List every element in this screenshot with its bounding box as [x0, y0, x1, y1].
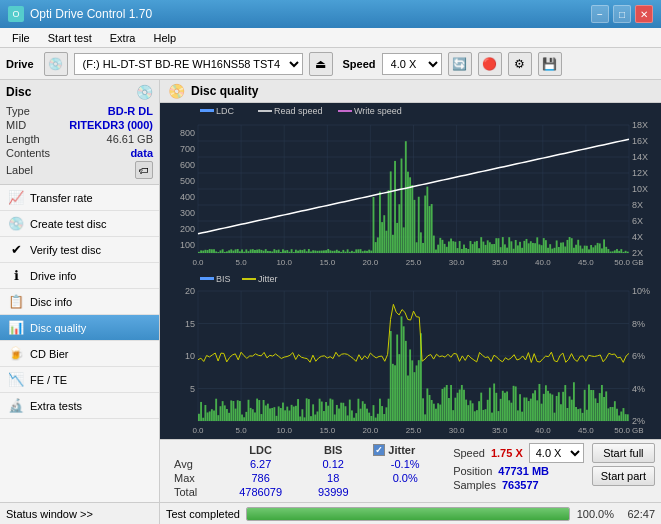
- length-label: Length: [6, 133, 40, 145]
- avg-jitter: -0.1%: [365, 457, 445, 471]
- disc-quality-header-icon: 📀: [168, 83, 185, 99]
- ldc-header: LDC: [220, 443, 301, 457]
- start-full-button[interactable]: Start full: [592, 443, 655, 463]
- sidebar-item-label: Create test disc: [30, 218, 106, 230]
- sidebar-item-drive-info[interactable]: ℹ Drive info: [0, 263, 159, 289]
- max-label: Max: [166, 471, 220, 485]
- status-progress-area: Test completed 100.0% 62:47: [160, 503, 661, 524]
- speed-key: Speed: [453, 447, 485, 459]
- sidebar-item-label: CD Bier: [30, 348, 69, 360]
- progress-text: 100.0%: [576, 508, 614, 520]
- sidebar-item-label: FE / TE: [30, 374, 67, 386]
- bottom-chart: [160, 271, 661, 439]
- samples-key: Samples: [453, 479, 496, 491]
- disc-panel: Disc 💿 Type BD-R DL MID RITEKDR3 (000) L…: [0, 80, 159, 185]
- disc-contents-row: Contents data: [6, 146, 153, 160]
- time-text: 62:47: [620, 508, 655, 520]
- speed-info: Speed 1.75 X 4.0 X Position 47731 MB Sam…: [453, 443, 584, 491]
- charts-area: [160, 103, 661, 439]
- contents-label: Contents: [6, 147, 50, 159]
- drive-icon-btn[interactable]: 💿: [44, 52, 68, 76]
- sidebar-item-fe-te[interactable]: 📉 FE / TE: [0, 367, 159, 393]
- progress-bar: [246, 507, 570, 521]
- drive-label: Drive: [6, 58, 34, 70]
- sidebar-item-label: Verify test disc: [30, 244, 101, 256]
- info-panel: LDC BIS ✓ Jitter Avg 6.27: [160, 439, 661, 502]
- cd-bier-icon: 🍺: [8, 346, 24, 361]
- jitter-checkbox[interactable]: ✓: [373, 444, 385, 456]
- app-title: Opti Drive Control 1.70: [30, 7, 152, 21]
- mid-value: RITEKDR3 (000): [69, 119, 153, 131]
- eject-button[interactable]: ⏏: [309, 52, 333, 76]
- speed-val: 1.75 X: [491, 447, 523, 459]
- top-chart: [160, 103, 661, 271]
- fe-te-icon: 📉: [8, 372, 24, 387]
- disc-mid-row: MID RITEKDR3 (000): [6, 118, 153, 132]
- mid-label: MID: [6, 119, 26, 131]
- disc-type-row: Type BD-R DL: [6, 104, 153, 118]
- disc-info-icon: 📋: [8, 294, 24, 309]
- create-test-disc-icon: 💿: [8, 216, 24, 231]
- menu-file[interactable]: File: [4, 28, 38, 48]
- type-value: BD-R DL: [108, 105, 153, 117]
- avg-bis: 0.12: [301, 457, 365, 471]
- burn-button[interactable]: 🔴: [478, 52, 502, 76]
- app-icon: O: [8, 6, 24, 22]
- transfer-rate-icon: 📈: [8, 190, 24, 205]
- speed-row: Speed 1.75 X 4.0 X: [453, 443, 584, 463]
- action-buttons: Start full Start part: [592, 443, 655, 486]
- sidebar-item-cd-bier[interactable]: 🍺 CD Bier: [0, 341, 159, 367]
- sidebar-item-label: Disc info: [30, 296, 72, 308]
- disc-quality-icon: 📊: [8, 320, 24, 335]
- disc-quality-header: 📀 Disc quality: [160, 80, 661, 103]
- position-key: Position: [453, 465, 492, 477]
- status-window-label: Status window >>: [6, 508, 93, 520]
- sidebar-item-transfer-rate[interactable]: 📈 Transfer rate: [0, 185, 159, 211]
- disc-label-row: Label 🏷: [6, 160, 153, 180]
- status-text: Test completed: [166, 508, 240, 520]
- sidebar-item-disc-quality[interactable]: 📊 Disc quality: [0, 315, 159, 341]
- max-ldc: 786: [220, 471, 301, 485]
- label-icon-button[interactable]: 🏷: [135, 161, 153, 179]
- menu-extra[interactable]: Extra: [102, 28, 144, 48]
- max-jitter: 0.0%: [365, 471, 445, 485]
- sidebar-item-label: Disc quality: [30, 322, 86, 334]
- start-part-button[interactable]: Start part: [592, 466, 655, 486]
- type-label: Type: [6, 105, 30, 117]
- max-bis: 18: [301, 471, 365, 485]
- disc-header: Disc 💿: [6, 84, 153, 100]
- statusbar: Status window >> Test completed 100.0% 6…: [0, 502, 661, 524]
- speed-select[interactable]: 4.0 X: [382, 53, 442, 75]
- menu-help[interactable]: Help: [145, 28, 184, 48]
- titlebar: O Opti Drive Control 1.70 − □ ✕: [0, 0, 661, 28]
- minimize-button[interactable]: −: [591, 5, 609, 23]
- speed-dropdown[interactable]: 4.0 X: [529, 443, 584, 463]
- total-ldc: 4786079: [220, 485, 301, 499]
- status-window-button[interactable]: Status window >>: [0, 503, 160, 524]
- position-row: Position 47731 MB: [453, 465, 584, 477]
- close-button[interactable]: ✕: [635, 5, 653, 23]
- save-button[interactable]: 💾: [538, 52, 562, 76]
- disc-length-row: Length 46.61 GB: [6, 132, 153, 146]
- bis-header: BIS: [301, 443, 365, 457]
- total-bis: 93999: [301, 485, 365, 499]
- refresh-button[interactable]: 🔄: [448, 52, 472, 76]
- progress-bar-fill: [247, 508, 569, 520]
- menu-start-test[interactable]: Start test: [40, 28, 100, 48]
- length-value: 46.61 GB: [107, 133, 153, 145]
- total-jitter: [365, 485, 445, 499]
- total-label: Total: [166, 485, 220, 499]
- sidebar-item-extra-tests[interactable]: 🔬 Extra tests: [0, 393, 159, 419]
- sidebar-item-verify-test-disc[interactable]: ✔ Verify test disc: [0, 237, 159, 263]
- sidebar: Disc 💿 Type BD-R DL MID RITEKDR3 (000) L…: [0, 80, 160, 502]
- verify-test-disc-icon: ✔: [8, 242, 24, 257]
- drive-select[interactable]: (F:) HL-DT-ST BD-RE WH16NS58 TST4: [74, 53, 303, 75]
- maximize-button[interactable]: □: [613, 5, 631, 23]
- disc-quality-title: Disc quality: [191, 84, 258, 98]
- jitter-header: Jitter: [388, 444, 415, 456]
- content-area: 📀 Disc quality LDC BIS ✓: [160, 80, 661, 502]
- sidebar-item-disc-info[interactable]: 📋 Disc info: [0, 289, 159, 315]
- settings-button[interactable]: ⚙: [508, 52, 532, 76]
- sidebar-item-create-test-disc[interactable]: 💿 Create test disc: [0, 211, 159, 237]
- disc-eject-icon[interactable]: 💿: [136, 84, 153, 100]
